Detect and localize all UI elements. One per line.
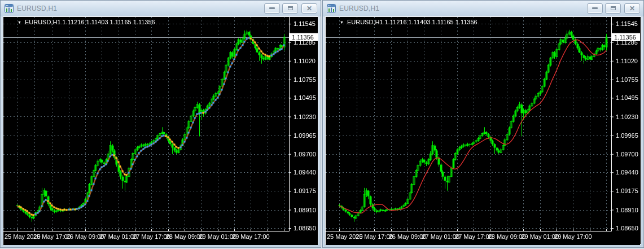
window-titlebar[interactable]: EURUSD,H1 ✕ bbox=[1, 1, 321, 16]
chart-window-icon bbox=[5, 4, 14, 13]
restore-icon bbox=[288, 6, 293, 10]
restore-button[interactable] bbox=[282, 3, 298, 14]
chart-window-right: EURUSD,H1 ✕ ▼ EURUSD,H1 1.11216 1.11403 … bbox=[322, 0, 644, 248]
restore-icon bbox=[611, 6, 616, 10]
chevron-down-icon[interactable]: ▼ bbox=[340, 20, 344, 24]
chevron-down-icon[interactable]: ▼ bbox=[17, 20, 21, 24]
price-chart-canvas-left[interactable] bbox=[3, 17, 318, 245]
window-titlebar[interactable]: EURUSD,H1 ✕ bbox=[323, 1, 643, 16]
chart-window-left: EURUSD,H1 ✕ ▼ EURUSD,H1 1.11216 1.11403 … bbox=[0, 0, 321, 248]
chart-window-icon bbox=[327, 4, 336, 13]
close-icon: ✕ bbox=[629, 5, 635, 12]
window-title: EURUSD,H1 bbox=[339, 5, 585, 12]
minimize-icon bbox=[592, 7, 598, 9]
close-button[interactable]: ✕ bbox=[301, 3, 317, 14]
restore-button[interactable] bbox=[605, 3, 621, 14]
close-icon: ✕ bbox=[306, 5, 312, 12]
chart-area: ▼ EURUSD,H1 1.11216 1.11403 1.11165 1.11… bbox=[325, 16, 641, 244]
minimize-icon bbox=[269, 7, 275, 9]
minimize-button[interactable] bbox=[264, 3, 280, 14]
close-button[interactable]: ✕ bbox=[624, 3, 640, 14]
chart-area: ▼ EURUSD,H1 1.11216 1.11403 1.11165 1.11… bbox=[3, 16, 318, 244]
window-title: EURUSD,H1 bbox=[17, 5, 262, 12]
minimize-button[interactable] bbox=[587, 3, 603, 14]
price-chart-canvas-right[interactable] bbox=[326, 17, 640, 245]
